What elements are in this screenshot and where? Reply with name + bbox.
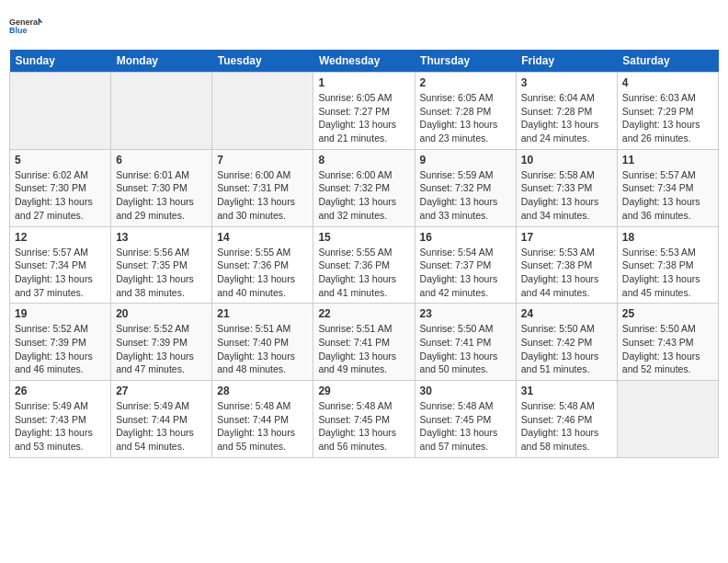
calendar-cell: 17Sunrise: 5:53 AMSunset: 7:38 PMDayligh… [516, 226, 617, 304]
week-row-5: 26Sunrise: 5:49 AMSunset: 7:43 PMDayligh… [10, 381, 719, 458]
calendar-cell: 4Sunrise: 6:03 AMSunset: 7:29 PMDaylight… [617, 73, 718, 150]
day-info: Sunrise: 5:52 AMSunset: 7:39 PMDaylight:… [15, 322, 106, 376]
day-number: 15 [318, 231, 409, 244]
day-number: 10 [521, 154, 612, 167]
day-info: Sunrise: 5:48 AMSunset: 7:46 PMDaylight:… [521, 399, 612, 454]
day-info: Sunrise: 6:00 AMSunset: 7:31 PMDaylight:… [217, 168, 308, 223]
day-number: 16 [420, 231, 511, 244]
day-info: Sunrise: 5:59 AMSunset: 7:32 PMDaylight:… [420, 168, 511, 223]
day-number: 20 [116, 307, 207, 320]
calendar-cell: 12Sunrise: 5:57 AMSunset: 7:34 PMDayligh… [10, 226, 111, 304]
calendar-cell: 13Sunrise: 5:56 AMSunset: 7:35 PMDayligh… [111, 226, 212, 304]
day-number: 31 [521, 385, 612, 397]
day-info: Sunrise: 5:50 AMSunset: 7:42 PMDaylight:… [521, 322, 612, 376]
header-monday: Monday [111, 50, 212, 73]
day-number: 13 [116, 231, 207, 244]
day-number: 14 [217, 231, 308, 244]
day-number: 4 [622, 76, 713, 89]
calendar-cell: 21Sunrise: 5:51 AMSunset: 7:40 PMDayligh… [212, 304, 313, 381]
day-number: 2 [420, 76, 511, 89]
day-number: 12 [15, 231, 106, 244]
day-number: 27 [116, 385, 207, 397]
day-info: Sunrise: 6:04 AMSunset: 7:28 PMDaylight:… [521, 91, 612, 145]
day-number: 29 [318, 385, 409, 397]
calendar-cell: 15Sunrise: 5:55 AMSunset: 7:36 PMDayligh… [313, 226, 415, 304]
day-number: 23 [420, 307, 511, 320]
calendar-cell [212, 73, 313, 150]
day-info: Sunrise: 5:51 AMSunset: 7:40 PMDaylight:… [217, 322, 308, 376]
day-info: Sunrise: 5:48 AMSunset: 7:44 PMDaylight:… [217, 399, 308, 454]
day-info: Sunrise: 5:50 AMSunset: 7:41 PMDaylight:… [420, 322, 511, 376]
header-tuesday: Tuesday [212, 50, 313, 73]
logo: General Blue [9, 9, 42, 42]
day-info: Sunrise: 5:58 AMSunset: 7:33 PMDaylight:… [521, 168, 612, 223]
calendar-cell: 19Sunrise: 5:52 AMSunset: 7:39 PMDayligh… [10, 304, 111, 381]
calendar-cell: 24Sunrise: 5:50 AMSunset: 7:42 PMDayligh… [516, 304, 617, 381]
week-row-4: 19Sunrise: 5:52 AMSunset: 7:39 PMDayligh… [10, 304, 719, 381]
day-info: Sunrise: 5:56 AMSunset: 7:35 PMDaylight:… [116, 246, 207, 300]
calendar-cell: 23Sunrise: 5:50 AMSunset: 7:41 PMDayligh… [415, 304, 516, 381]
day-number: 17 [521, 231, 612, 244]
calendar-cell: 31Sunrise: 5:48 AMSunset: 7:46 PMDayligh… [516, 381, 617, 458]
calendar-cell: 22Sunrise: 5:51 AMSunset: 7:41 PMDayligh… [313, 304, 415, 381]
day-number: 8 [318, 154, 409, 167]
day-info: Sunrise: 5:53 AMSunset: 7:38 PMDaylight:… [622, 246, 713, 300]
calendar-cell: 11Sunrise: 5:57 AMSunset: 7:34 PMDayligh… [617, 149, 718, 226]
day-info: Sunrise: 5:48 AMSunset: 7:45 PMDaylight:… [420, 399, 511, 454]
calendar-cell: 7Sunrise: 6:00 AMSunset: 7:31 PMDaylight… [212, 149, 313, 226]
header-saturday: Saturday [617, 50, 718, 73]
day-number: 25 [622, 307, 713, 320]
logo-svg: General Blue [9, 9, 42, 42]
calendar-cell: 26Sunrise: 5:49 AMSunset: 7:43 PMDayligh… [10, 381, 111, 458]
day-info: Sunrise: 6:03 AMSunset: 7:29 PMDaylight:… [622, 91, 713, 145]
header-thursday: Thursday [415, 50, 516, 73]
week-row-1: 1Sunrise: 6:05 AMSunset: 7:27 PMDaylight… [10, 73, 719, 150]
week-row-3: 12Sunrise: 5:57 AMSunset: 7:34 PMDayligh… [10, 226, 719, 304]
day-number: 7 [217, 154, 308, 167]
day-info: Sunrise: 6:01 AMSunset: 7:30 PMDaylight:… [116, 168, 207, 223]
svg-text:General: General [9, 17, 40, 27]
day-number: 22 [318, 307, 409, 320]
week-row-2: 5Sunrise: 6:02 AMSunset: 7:30 PMDaylight… [10, 149, 719, 226]
day-number: 28 [217, 385, 308, 397]
calendar-cell: 25Sunrise: 5:50 AMSunset: 7:43 PMDayligh… [617, 304, 718, 381]
day-number: 19 [15, 307, 106, 320]
header-wednesday: Wednesday [313, 50, 415, 73]
day-number: 26 [15, 385, 106, 397]
svg-text:Blue: Blue [9, 26, 28, 35]
day-info: Sunrise: 5:50 AMSunset: 7:43 PMDaylight:… [622, 322, 713, 376]
day-info: Sunrise: 5:48 AMSunset: 7:45 PMDaylight:… [318, 399, 409, 454]
calendar-cell: 18Sunrise: 5:53 AMSunset: 7:38 PMDayligh… [617, 226, 718, 304]
day-number: 18 [622, 231, 713, 244]
day-info: Sunrise: 6:00 AMSunset: 7:32 PMDaylight:… [318, 168, 409, 223]
calendar-cell: 3Sunrise: 6:04 AMSunset: 7:28 PMDaylight… [516, 73, 617, 150]
calendar-cell [617, 381, 718, 458]
day-info: Sunrise: 5:55 AMSunset: 7:36 PMDaylight:… [217, 246, 308, 300]
calendar-cell: 27Sunrise: 5:49 AMSunset: 7:44 PMDayligh… [111, 381, 212, 458]
calendar-cell: 2Sunrise: 6:05 AMSunset: 7:28 PMDaylight… [415, 73, 516, 150]
calendar-cell: 20Sunrise: 5:52 AMSunset: 7:39 PMDayligh… [111, 304, 212, 381]
calendar-header-row: SundayMondayTuesdayWednesdayThursdayFrid… [10, 50, 719, 73]
day-number: 24 [521, 307, 612, 320]
day-number: 6 [116, 154, 207, 167]
calendar-cell: 29Sunrise: 5:48 AMSunset: 7:45 PMDayligh… [313, 381, 415, 458]
calendar-cell: 14Sunrise: 5:55 AMSunset: 7:36 PMDayligh… [212, 226, 313, 304]
day-info: Sunrise: 5:52 AMSunset: 7:39 PMDaylight:… [116, 322, 207, 376]
day-number: 11 [622, 154, 713, 167]
calendar-cell [10, 73, 111, 150]
header-friday: Friday [516, 50, 617, 73]
calendar-cell: 9Sunrise: 5:59 AMSunset: 7:32 PMDaylight… [415, 149, 516, 226]
day-number: 30 [420, 385, 511, 397]
calendar-cell [111, 73, 212, 150]
day-info: Sunrise: 5:57 AMSunset: 7:34 PMDaylight:… [15, 246, 106, 300]
day-number: 1 [318, 76, 409, 89]
day-info: Sunrise: 5:57 AMSunset: 7:34 PMDaylight:… [622, 168, 713, 223]
header-sunday: Sunday [10, 50, 111, 73]
day-info: Sunrise: 5:53 AMSunset: 7:38 PMDaylight:… [521, 246, 612, 300]
day-info: Sunrise: 5:49 AMSunset: 7:44 PMDaylight:… [116, 399, 207, 454]
day-info: Sunrise: 6:02 AMSunset: 7:30 PMDaylight:… [15, 168, 106, 223]
day-number: 9 [420, 154, 511, 167]
calendar-cell: 10Sunrise: 5:58 AMSunset: 7:33 PMDayligh… [516, 149, 617, 226]
page-header: General Blue [9, 9, 719, 42]
day-info: Sunrise: 5:49 AMSunset: 7:43 PMDaylight:… [15, 399, 106, 454]
